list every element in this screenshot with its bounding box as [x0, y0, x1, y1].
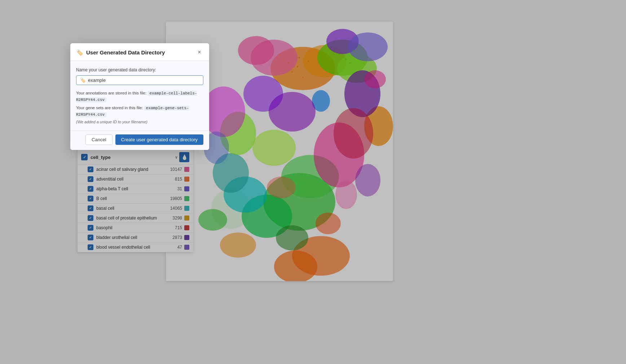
modal-header: 🏷️ User Generated Data Directory ×	[70, 43, 209, 61]
modal-header-icon: 🏷️	[76, 49, 83, 56]
annotations-info: Your annotations are stored in this file…	[76, 90, 203, 103]
annotations-label: Your annotations are stored in this file…	[76, 91, 146, 95]
create-button[interactable]: Create user generated data directory	[115, 134, 203, 145]
directory-input-wrapper[interactable]: 🏷️	[76, 75, 203, 85]
modal-title: User Generated Data Directory	[86, 49, 195, 56]
genesets-label: Your gene sets are stored in this file:	[76, 106, 143, 110]
modal-dialog: 🏷️ User Generated Data Directory × Name …	[70, 43, 209, 150]
unique-id-note: (We added a unique ID to your filename)	[76, 120, 203, 124]
directory-name-label: Name your user generated data directory:	[76, 67, 203, 72]
cancel-button[interactable]: Cancel	[85, 134, 112, 145]
input-icon: 🏷️	[80, 77, 86, 83]
directory-name-input[interactable]	[88, 77, 199, 83]
modal-footer: Cancel Create user generated data direct…	[70, 130, 209, 150]
modal-close-button[interactable]: ×	[195, 48, 203, 56]
modal-body: Name your user generated data directory:…	[70, 61, 209, 130]
genesets-info: Your gene sets are stored in this file: …	[76, 105, 203, 117]
